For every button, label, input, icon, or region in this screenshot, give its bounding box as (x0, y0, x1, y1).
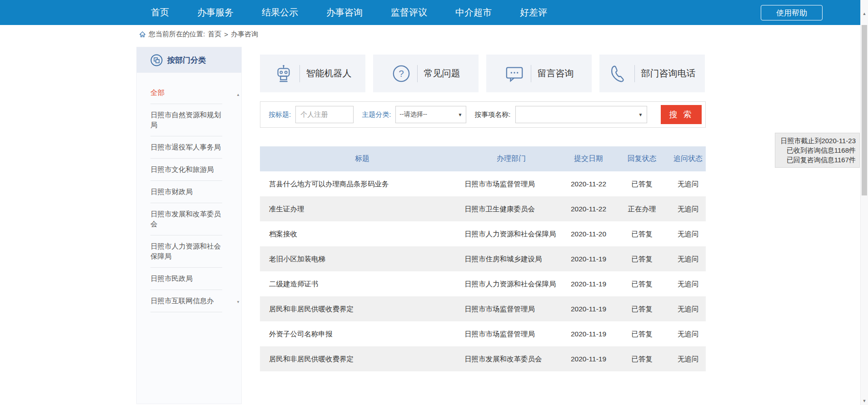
header-followup-status: 追问状态 (670, 154, 706, 164)
sidebar-title: 按部门分类 (167, 55, 206, 65)
table-row[interactable]: 居民和非居民供暖收费界定 日照市发展和改革委员会 2020-11-19 已答复 … (260, 346, 706, 371)
home-icon (139, 31, 146, 38)
row-title[interactable]: 居民和非居民供暖收费界定 (260, 346, 464, 371)
sidebar-item[interactable]: 日照市互联网信息办 (150, 290, 222, 312)
page-scrollbar[interactable]: ▲ ▼ (860, 0, 868, 405)
sidebar-item[interactable]: 日照市发展和改革委员会 (150, 203, 222, 235)
row-submit-date: 2020-11-22 (564, 171, 614, 196)
row-reply-status: 已答复 (614, 246, 670, 271)
sidebar-item-label: 日照市自然资源和规划局 (150, 111, 221, 129)
faq-card[interactable]: ? 常见问题 (373, 55, 479, 92)
table-row[interactable]: 外资子公司名称申报 日照市市场监督管理局 2020-11-19 已答复 无追问 (260, 321, 706, 346)
item-select[interactable]: ▼ (515, 106, 647, 123)
sidebar-scroll-down-icon[interactable]: ▼ (236, 300, 240, 304)
sidebar-item-label: 日照市财政局 (150, 188, 193, 195)
question-icon: ? (392, 64, 411, 83)
sidebar-scroll-up-icon[interactable]: ▲ (236, 93, 240, 97)
sidebar-item-label: 日照市发展和改革委员会 (150, 210, 221, 228)
table-body: 莒县什么地方可以办理商品条形码业务 日照市市场监督管理局 2020-11-22 … (260, 171, 706, 371)
breadcrumb-prefix: 您当前所在的位置: (149, 30, 205, 39)
main-content: 智能机器人 ? 常见问题 (260, 55, 706, 371)
row-reply-status: 正在办理 (614, 196, 670, 221)
robot-icon (274, 64, 293, 83)
faq-label: 常见问题 (424, 67, 460, 80)
row-submit-date: 2020-11-19 (564, 346, 614, 371)
category-filter-label: 主题分类: (362, 110, 391, 119)
row-title[interactable]: 档案接收 (260, 221, 464, 246)
row-department: 日照市人力资源和社会保障局 (464, 271, 564, 296)
row-followup-status: 无追问 (670, 171, 706, 196)
card-divider (299, 65, 300, 82)
nav-item[interactable]: 中介超市 (455, 6, 492, 19)
row-title[interactable]: 莒县什么地方可以办理商品条形码业务 (260, 171, 464, 196)
sidebar-item[interactable]: 日照市文化和旅游局 (150, 159, 222, 181)
phone-consult-card[interactable]: 部门咨询电话 (599, 55, 705, 92)
breadcrumb: 您当前所在的位置: 首页 > 办事咨询 (139, 29, 261, 40)
title-filter-label: 按标题: (269, 110, 291, 119)
scrollbar-down-icon[interactable]: ▼ (861, 399, 868, 403)
row-submit-date: 2020-11-20 (564, 221, 614, 246)
row-followup-status: 无追问 (670, 196, 706, 221)
row-followup-status: 无追问 (670, 296, 706, 321)
nav-item[interactable]: 结果公示 (262, 6, 298, 19)
stats-line-3: 已回复咨询信息1167件 (779, 155, 856, 165)
row-department: 日照市市场监督管理局 (464, 321, 564, 346)
quick-link-cards: 智能机器人 ? 常见问题 (260, 55, 706, 92)
smart-robot-label: 智能机器人 (306, 67, 352, 80)
nav-item[interactable]: 监督评议 (391, 6, 427, 19)
consultation-table: 标题 办理部门 提交日期 回复状态 追问状态 莒县什么地方可以办理商品条形码业务… (260, 146, 706, 371)
scrollbar-thumb[interactable] (862, 25, 867, 195)
sidebar-list: ▲ ▼ 全部 日照市自然资源和规划局 日照市退役军人事务局 日照市文化和旅游局 … (137, 82, 241, 309)
row-followup-status: 无追问 (670, 246, 706, 271)
row-title[interactable]: 二级建造师证书 (260, 271, 464, 296)
table-row[interactable]: 二级建造师证书 日照市人力资源和社会保障局 2020-11-19 已答复 无追问 (260, 271, 706, 296)
table-row[interactable]: 莒县什么地方可以办理商品条形码业务 日照市市场监督管理局 2020-11-22 … (260, 171, 706, 196)
row-followup-status: 无追问 (670, 221, 706, 246)
sidebar-item[interactable]: 日照市人力资源和社会保障局 (150, 235, 222, 268)
scrollbar-up-icon[interactable]: ▲ (861, 11, 868, 16)
breadcrumb-home-link[interactable]: 首页 (208, 30, 221, 39)
row-department: 日照市市场监督管理局 (464, 296, 564, 321)
row-department: 日照市卫生健康委员会 (464, 196, 564, 221)
nav-item[interactable]: 好差评 (520, 6, 547, 19)
row-title[interactable]: 准生证办理 (260, 196, 464, 221)
nav-item[interactable]: 首页 (151, 6, 169, 19)
table-row[interactable]: 准生证办理 日照市卫生健康委员会 2020-11-22 正在办理 无追问 (260, 196, 706, 221)
nav-item[interactable]: 办事咨询 (326, 6, 363, 19)
search-button[interactable]: 搜 索 (661, 105, 702, 124)
chevron-down-icon: ▼ (458, 112, 462, 117)
category-select[interactable]: --请选择-- ▼ (395, 106, 466, 123)
sidebar-item-label: 日照市民政局 (150, 275, 193, 282)
sidebar-item[interactable]: 日照市退役军人事务局 (150, 136, 222, 159)
table-row[interactable]: 老旧小区加装电梯 日照市住房和城乡建设局 2020-11-19 已答复 无追问 (260, 246, 706, 271)
smart-robot-card[interactable]: 智能机器人 (260, 55, 365, 92)
sidebar-item-label: 日照市退役军人事务局 (150, 143, 221, 151)
message-consult-card[interactable]: 留言咨询 (486, 55, 592, 92)
sidebar-item[interactable]: 全部 (150, 82, 222, 104)
row-submit-date: 2020-11-19 (564, 296, 614, 321)
row-title[interactable]: 外资子公司名称申报 (260, 321, 464, 346)
sidebar-item[interactable]: 日照市民政局 (150, 268, 222, 290)
sidebar-item-label: 日照市互联网信息办 (150, 297, 214, 305)
help-button[interactable]: 使用帮助 (761, 5, 823, 20)
stats-tooltip: 日照市截止到2020-11-23 已收到咨询信息1168件 已回复咨询信息116… (775, 133, 860, 168)
sidebar-item[interactable]: 日照市财政局 (150, 181, 222, 203)
row-department: 日照市住房和城乡建设局 (464, 246, 564, 271)
card-divider (634, 65, 635, 82)
sidebar-item[interactable]: 日照市自然资源和规划局 (150, 104, 222, 136)
table-row[interactable]: 居民和非居民供暖收费界定 日照市市场监督管理局 2020-11-19 已答复 无… (260, 296, 706, 321)
phone-consult-label: 部门咨询电话 (641, 67, 696, 80)
table-row[interactable]: 档案接收 日照市人力资源和社会保障局 2020-11-20 已答复 无追问 (260, 221, 706, 246)
title-filter-input[interactable] (295, 106, 354, 123)
row-department: 日照市市场监督管理局 (464, 171, 564, 196)
row-reply-status: 已答复 (614, 271, 670, 296)
row-title[interactable]: 居民和非居民供暖收费界定 (260, 296, 464, 321)
breadcrumb-separator: > (224, 30, 228, 38)
header-reply-status: 回复状态 (614, 154, 670, 164)
row-submit-date: 2020-11-19 (564, 321, 614, 346)
row-title[interactable]: 老旧小区加装电梯 (260, 246, 464, 271)
row-followup-status: 无追问 (670, 271, 706, 296)
search-bar: 按标题: 主题分类: --请选择-- ▼ 按事项名称: ▼ 搜 索 (260, 101, 706, 128)
nav-item[interactable]: 办事服务 (197, 6, 234, 19)
row-department: 日照市发展和改革委员会 (464, 346, 564, 371)
